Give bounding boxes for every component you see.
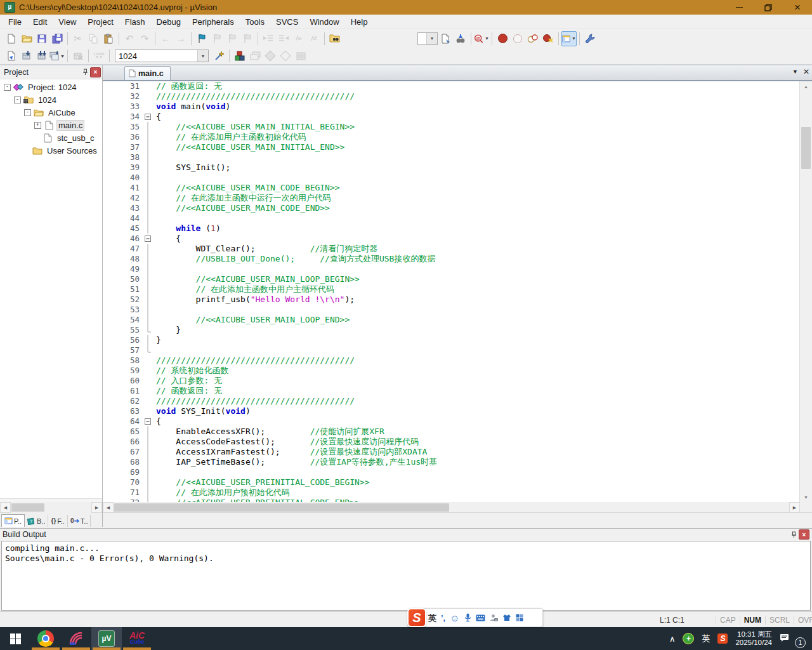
manage-rte-button[interactable] (232, 48, 247, 63)
translate-file-button[interactable] (4, 48, 19, 63)
hscroll-left-arrow[interactable]: ◀ (103, 502, 114, 513)
restore-button[interactable] (754, 0, 783, 15)
menu-item-tools[interactable]: Tools (240, 16, 270, 28)
file-extensions-button[interactable] (247, 48, 263, 63)
close-button[interactable]: × (783, 0, 812, 15)
scroll-right-arrow[interactable]: ▶ (91, 502, 102, 513)
tree-item-1024[interactable]: - 1024 (0, 93, 102, 106)
taskbar-chrome-button[interactable] (30, 627, 61, 650)
rebuild-button[interactable] (34, 48, 49, 63)
unindent-button[interactable] (261, 31, 276, 46)
menu-item-svcs[interactable]: SVCS (270, 16, 304, 28)
open-file-button[interactable] (19, 31, 34, 46)
menu-item-view[interactable]: View (53, 16, 82, 28)
tray-sogou-icon[interactable]: S (717, 633, 728, 644)
clear-bookmarks-button[interactable] (240, 31, 255, 46)
dropdown-caret-icon[interactable]: ▼ (572, 36, 576, 41)
tree-expander-minus[interactable]: - (4, 84, 11, 91)
search-combobox[interactable]: ▼ (417, 32, 438, 45)
menu-item-file[interactable]: File (3, 16, 27, 28)
combo-dropdown-arrow[interactable]: ▼ (426, 33, 437, 44)
kill-all-breakpoints-button[interactable] (540, 31, 556, 46)
taskbar-aicube-button[interactable]: AiCCube (122, 627, 152, 650)
paste-button[interactable] (101, 31, 116, 46)
tree-item-aicube[interactable]: - AiCube (0, 106, 102, 119)
panel-tab-b[interactable]: ?B.. (25, 515, 48, 527)
ime-toolbox-icon[interactable] (516, 614, 523, 621)
tree-expander-minus[interactable]: - (14, 96, 21, 103)
pin-icon[interactable] (80, 67, 90, 77)
start-button[interactable] (0, 627, 30, 650)
ime-keyboard-icon[interactable] (476, 614, 485, 621)
save-all-button[interactable] (49, 31, 65, 46)
menu-item-edit[interactable]: Edit (27, 16, 53, 28)
insert-breakpoint-button[interactable] (495, 31, 510, 46)
ime-emoji-icon[interactable]: ☺ (450, 613, 459, 623)
panel-tab-p[interactable]: P.. (1, 514, 25, 527)
vscroll-up-arrow[interactable]: ▲ (801, 81, 811, 91)
taskbar-uvision-button[interactable]: µV (91, 627, 122, 650)
target-options-button[interactable] (211, 48, 226, 63)
previous-bookmark-button[interactable] (209, 31, 225, 46)
hscroll-thumb-editor[interactable] (114, 503, 449, 512)
project-panel-close-button[interactable]: × (90, 67, 101, 77)
navigate-forward-button[interactable]: → (173, 31, 188, 46)
build-output-pin-icon[interactable] (789, 530, 799, 540)
build-output-log[interactable]: compiling main.c... Sources\main.c - 0 E… (1, 541, 811, 611)
fold-margin[interactable] (143, 416, 152, 427)
menu-item-peripherals[interactable]: Peripherals (187, 16, 240, 28)
fold-margin[interactable] (143, 234, 152, 244)
new-file-button[interactable] (4, 31, 19, 46)
target-select-combobox[interactable]: 1024 ▼ (115, 50, 209, 62)
taskbar-clock[interactable]: 10:31 周五 2025/10/24 (735, 630, 772, 647)
scroll-left-arrow[interactable]: ◀ (0, 502, 11, 513)
toggle-bookmark-button[interactable] (194, 31, 209, 46)
build-button[interactable] (19, 48, 34, 63)
disable-all-breakpoints-button[interactable] (525, 31, 540, 46)
ime-punctuation-button[interactable]: ’, (441, 614, 445, 622)
navigate-back-button[interactable]: ← (158, 31, 173, 46)
batch-build-button[interactable]: ▼ (49, 48, 65, 63)
tree-item-project-1024[interactable]: - Project: 1024 (0, 81, 102, 93)
panel-tab-f[interactable]: {}F.. (48, 515, 67, 527)
target-dropdown-arrow[interactable]: ▼ (197, 50, 208, 62)
ime-language-mode-button[interactable]: 英 (428, 614, 436, 622)
menu-item-window[interactable]: Window (304, 16, 344, 28)
vertical-scrollbar[interactable]: ▲ ▼ (799, 81, 812, 502)
panel-tab-t[interactable]: 0➜T.. (68, 515, 91, 527)
start-debug-button[interactable] (263, 48, 278, 63)
tree-item-main-c[interactable]: + main.c (0, 119, 102, 131)
build-output-close-button[interactable]: × (799, 529, 809, 540)
tree-item-user-sources[interactable]: User Sources (0, 144, 102, 157)
configure-button[interactable] (582, 31, 598, 46)
download-button[interactable]: LOAD▼▼ (91, 48, 107, 63)
tree-expander-plus[interactable]: + (34, 122, 41, 129)
dropdown-caret-icon[interactable]: ▼ (485, 36, 489, 41)
logic-analyzer-button[interactable] (293, 48, 308, 63)
uncomment-button[interactable]: /≠ (306, 31, 322, 46)
editor-tab-close-button[interactable]: ✕ (803, 67, 809, 76)
taskbar-pcb-app-button[interactable] (61, 627, 91, 650)
tray-ime-language[interactable]: 英 (702, 633, 710, 644)
vscroll-thumb[interactable] (801, 127, 811, 169)
minimize-button[interactable] (724, 0, 754, 15)
comment-button[interactable]: /≡ (291, 31, 306, 46)
hscroll-right-arrow[interactable]: ▶ (789, 502, 800, 513)
tray-antivirus-icon[interactable]: + (683, 633, 694, 644)
sogou-logo-icon[interactable]: S (407, 608, 426, 627)
menu-item-help[interactable]: Help (345, 16, 374, 28)
find-in-files-button[interactable] (327, 31, 343, 46)
ime-account-icon[interactable]: 10 (490, 614, 498, 622)
tray-expand-chevron[interactable]: ∧ (669, 634, 676, 644)
editor-tab-main-c[interactable]: main.c (124, 66, 171, 80)
undo-button[interactable]: ↶ (122, 31, 137, 46)
ime-skin-icon[interactable] (502, 614, 511, 621)
window-layout-button[interactable]: ▼ (561, 31, 577, 46)
enable-breakpoint-button[interactable] (510, 31, 525, 46)
tree-item-stc-usb-c[interactable]: stc_usb_c (0, 131, 102, 144)
find-in-document-button[interactable] (438, 31, 453, 46)
redo-button[interactable]: ↷ (137, 31, 152, 46)
copy-button[interactable] (86, 31, 101, 46)
fold-margin[interactable] (143, 112, 152, 122)
menu-item-project[interactable]: Project (82, 16, 119, 28)
